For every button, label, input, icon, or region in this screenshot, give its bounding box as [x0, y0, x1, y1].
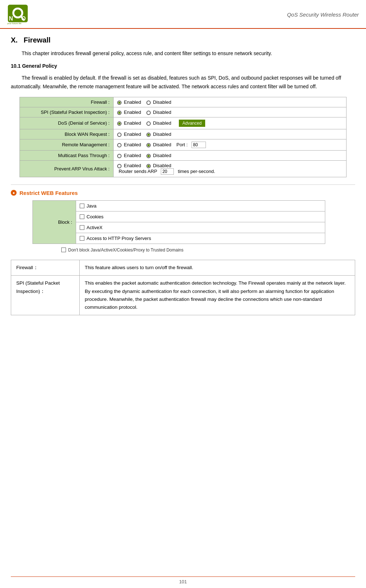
disabled-label: Disabled	[153, 132, 171, 137]
table-row: DoS (Denial of Service) : Enabled Disabl…	[19, 117, 346, 129]
block-java-cell: Java	[76, 200, 325, 211]
arp-suffix: times per-second.	[178, 169, 215, 174]
arp-sends-label: Router sends ARP	[117, 169, 157, 174]
radio-disabled-spi[interactable]	[146, 111, 151, 115]
fw-value-spi: Enabled Disabled	[113, 107, 346, 117]
radio-enabled-remote[interactable]	[117, 143, 122, 147]
enabled-label: Enabled	[124, 99, 142, 105]
fw-label-remote: Remote Management :	[19, 139, 113, 150]
intro-text: This chapter introduces firewall general…	[11, 49, 355, 57]
disabled-label: Disabled	[153, 120, 171, 126]
desc-def-firewall: This feature allows users to turn on/off…	[80, 260, 355, 275]
enabled-label: Enabled	[124, 120, 142, 126]
fw-label-wan: Block WAN Request :	[19, 129, 113, 139]
disabled-label: Disabled	[153, 110, 171, 115]
radio-disabled-multicast[interactable]	[146, 154, 151, 158]
radio-disabled-firewall[interactable]	[146, 101, 151, 105]
checkbox-cookies[interactable]	[80, 214, 84, 219]
desc-term-firewall: Firewall：	[11, 260, 80, 275]
page-footer: 101	[0, 576, 366, 588]
restrict-header: ● Restrict WEB Features	[11, 190, 355, 196]
fw-label-multicast: Multicast Pass Through :	[19, 150, 113, 160]
fw-label-dos: DoS (Denial of Service) :	[19, 117, 113, 129]
enabled-label: Enabled	[124, 163, 142, 168]
footer-line	[11, 576, 355, 577]
table-row: SPI (Stateful Packet Inspection) : Enabl…	[19, 107, 346, 117]
enabled-label: Enabled	[124, 110, 142, 115]
fw-value-wan: Enabled Disabled	[113, 129, 346, 139]
java-label: Java	[87, 203, 96, 209]
svg-text:N: N	[9, 15, 13, 22]
disabled-label: Disabled	[153, 163, 171, 168]
arp-input[interactable]	[161, 168, 174, 175]
port-input[interactable]	[191, 142, 206, 148]
restrict-icon: ●	[11, 190, 17, 196]
checkbox-java[interactable]	[80, 204, 84, 208]
block-label-cell: Block :	[33, 200, 76, 244]
block-proxy-cell: Access to HTTP Proxy Servers	[76, 233, 325, 244]
radio-enabled-arp[interactable]	[117, 164, 122, 168]
proxy-label: Access to HTTP Proxy Servers	[87, 236, 151, 241]
advanced-button[interactable]: Advanced	[179, 120, 205, 127]
description-table: Firewall： This feature allows users to t…	[11, 260, 355, 315]
block-cookies-cell: Cookies	[76, 211, 325, 222]
restrict-title: Restrict WEB Features	[19, 190, 78, 196]
fw-label-spi: SPI (Stateful Packet Inspection) :	[19, 107, 113, 117]
chapter-number: X.	[11, 36, 18, 44]
disabled-label: Disabled	[153, 142, 172, 147]
fw-value-arp: Enabled Disabled Router sends ARP times …	[113, 160, 346, 177]
firewall-settings-table: Firewall : Enabled Disabled SPI (Statefu…	[19, 97, 347, 177]
logo-area: N O your future life	[7, 4, 36, 25]
table-row: ActiveX	[33, 222, 325, 233]
checkbox-activex[interactable]	[80, 225, 84, 230]
radio-disabled-remote[interactable]	[146, 143, 151, 147]
fw-value-firewall: Enabled Disabled	[113, 97, 346, 107]
svg-text:your future life: your future life	[7, 22, 22, 24]
radio-enabled-firewall[interactable]	[117, 101, 122, 105]
fw-label-firewall: Firewall :	[19, 97, 113, 107]
section-title: 10.1 General Policy	[11, 63, 355, 69]
table-row: Multicast Pass Through : Enabled Disable…	[19, 150, 346, 160]
page-header: N O your future life QoS Security Wirele…	[0, 0, 366, 29]
table-row: Firewall： This feature allows users to t…	[11, 260, 355, 275]
enabled-label: Enabled	[124, 142, 142, 147]
block-table: Block : Java Cookies	[32, 200, 325, 244]
fw-value-multicast: Enabled Disabled	[113, 150, 346, 160]
radio-enabled-spi[interactable]	[117, 111, 122, 115]
table-row: Prevent ARP Virus Attack : Enabled Disab…	[19, 160, 346, 177]
radio-enabled-multicast[interactable]	[117, 154, 122, 158]
desc-text: The firewall is enabled by default. If t…	[11, 74, 355, 91]
chapter-name: Firewall	[24, 36, 50, 44]
table-row: Block : Java	[33, 200, 325, 211]
section-divider	[11, 184, 355, 185]
table-row: Access to HTTP Proxy Servers	[33, 233, 325, 244]
radio-enabled-wan[interactable]	[117, 133, 122, 137]
cookies-label: Cookies	[87, 214, 103, 219]
block-activex-cell: ActiveX	[76, 222, 325, 233]
page-content: X. Firewall This chapter introduces fire…	[0, 29, 366, 322]
checkbox-proxy[interactable]	[80, 236, 84, 241]
radio-disabled-wan[interactable]	[146, 133, 151, 137]
fw-value-remote: Enabled Disabled Port :	[113, 139, 346, 150]
radio-disabled-dos[interactable]	[146, 121, 151, 126]
disabled-label: Disabled	[153, 99, 171, 105]
chapter-title: X. Firewall	[11, 36, 355, 44]
desc-def-spi: This enables the packet automatic authen…	[80, 276, 355, 315]
page-number: 101	[11, 579, 355, 588]
header-title: QoS Security Wireless Router	[287, 12, 359, 18]
table-row: Firewall : Enabled Disabled	[19, 97, 346, 107]
radio-disabled-arp[interactable]	[146, 164, 151, 168]
restrict-web-section: ● Restrict WEB Features Block : Java Co	[11, 190, 355, 253]
activex-label: ActiveX	[87, 225, 102, 230]
disabled-label: Disabled	[153, 153, 171, 158]
svg-text:O: O	[21, 15, 26, 22]
trusted-domains-row: Don't block Java/ActiveX/Cookies/Proxy t…	[61, 248, 355, 253]
checkbox-trusted[interactable]	[61, 248, 66, 252]
trusted-label: Don't block Java/ActiveX/Cookies/Proxy t…	[68, 248, 184, 253]
enabled-label: Enabled	[124, 132, 142, 137]
table-row: Block WAN Request : Enabled Disabled	[19, 129, 346, 139]
fw-value-dos: Enabled Disabled Advanced	[113, 117, 346, 129]
table-row: Remote Management : Enabled Disabled Por…	[19, 139, 346, 150]
table-row: SPI (Stateful Packet Inspection)： This e…	[11, 276, 355, 315]
radio-enabled-dos[interactable]	[117, 121, 122, 126]
